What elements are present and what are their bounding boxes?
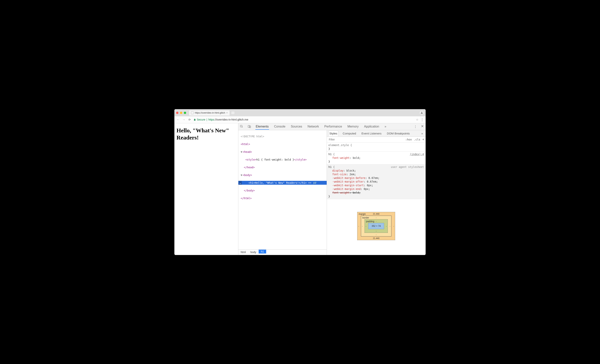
toolbar: ← → ⟳ Secure | https://overrides-in-html… [175, 116, 425, 123]
selection-gutter: … [239, 181, 242, 185]
page-favicon-icon [191, 111, 194, 114]
browser-window: https://overrides-in-html.glitch × ← → ⟳… [174, 109, 426, 255]
tab-computed[interactable]: Computed [342, 131, 357, 136]
security-indicator[interactable]: Secure [194, 118, 205, 121]
box-border[interactable]: border - - - - padding - - - [361, 216, 391, 237]
tab-dom-breakpoints[interactable]: DOM Breakpoints [386, 131, 411, 136]
tabs-overflow[interactable]: » [384, 124, 387, 129]
inspect-icon [240, 125, 243, 128]
tab-elements[interactable]: Elements [255, 124, 269, 130]
styles-filter-row: :hov .cls + [327, 137, 425, 143]
cls-toggle[interactable]: .cls [414, 138, 421, 141]
style-rule[interactable]: element.style {} [327, 143, 425, 152]
reload-button[interactable]: ⟳ [188, 118, 192, 121]
back-button[interactable]: ← [176, 118, 180, 121]
svg-rect-0 [240, 125, 242, 127]
inspect-element-button[interactable] [240, 125, 243, 128]
new-style-rule-button[interactable]: + [422, 137, 424, 142]
box-model: margin 21.440 21.440 - - border - - - [327, 199, 425, 255]
disclosure-triangle-icon[interactable]: ▼ [241, 150, 243, 154]
tab-styles[interactable]: Styles [328, 131, 338, 136]
style-rule[interactable]: h1 {(index):4font-weight: bold;} [327, 152, 425, 164]
new-tab-button[interactable] [231, 111, 235, 115]
breadcrumb-body[interactable]: body [248, 250, 258, 255]
profile-button[interactable] [420, 111, 424, 115]
page-heading: Hello, "What's New" Readers! [177, 127, 236, 141]
device-icon [248, 125, 251, 128]
tab-title: https://overrides-in-html.glitch [195, 111, 225, 114]
tab-sources[interactable]: Sources [290, 124, 302, 129]
breadcrumb-html[interactable]: html [238, 250, 248, 255]
dom-selected-node[interactable]: … <h1>Hello, "What's New" Readers!</h1> … [238, 181, 327, 185]
rendered-page: Hello, "What's New" Readers! [175, 123, 238, 255]
breadcrumb-h1[interactable]: h1 [259, 250, 266, 254]
device-toolbar-button[interactable] [248, 125, 251, 128]
profile-icon [420, 111, 423, 114]
close-window-button[interactable] [176, 112, 178, 114]
close-icon [421, 125, 424, 128]
disclosure-triangle-icon[interactable]: ▼ [241, 173, 243, 177]
window-controls [176, 112, 186, 114]
box-content[interactable]: 352 × 74 [368, 223, 384, 229]
devtools-tabs: Elements Console Sources Network Perform… [255, 124, 410, 130]
tab-console[interactable]: Console [274, 124, 286, 129]
tab-strip: https://overrides-in-html.glitch × [175, 109, 425, 116]
lock-icon [194, 118, 196, 121]
devtools-toolbar: Elements Console Sources Network Perform… [238, 123, 425, 130]
minimize-window-button[interactable] [180, 112, 182, 114]
devtools-menu-button[interactable]: ⋮ [414, 125, 417, 128]
address-bar[interactable]: Secure | https://overrides-in-html.glitc… [194, 118, 414, 121]
elements-tree: <!DOCTYPE html> <html> ▼<head> <style>h1… [238, 130, 327, 255]
zoom-window-button[interactable] [184, 112, 186, 114]
style-rule[interactable]: h1 {user agent stylesheetdisplay: block;… [327, 164, 425, 199]
browser-tab[interactable]: https://overrides-in-html.glitch × [189, 110, 230, 116]
forward-button[interactable]: → [182, 118, 186, 121]
box-margin[interactable]: margin 21.440 21.440 - - border - - - [357, 212, 395, 240]
styles-panel: Styles Computed Event Listeners DOM Brea… [327, 130, 425, 255]
tab-memory[interactable]: Memory [347, 124, 359, 129]
tab-event-listeners[interactable]: Event Listeners [360, 131, 382, 136]
dom-doctype[interactable]: <!DOCTYPE html> [241, 135, 264, 138]
secure-label: Secure [197, 118, 205, 121]
styles-tabs-overflow[interactable]: » [421, 131, 424, 136]
content-area: Hello, "What's New" Readers! Elements Co… [175, 123, 425, 255]
tab-network[interactable]: Network [307, 124, 319, 129]
chrome-menu-button[interactable]: ⋮ [421, 118, 424, 122]
devtools-panel: Elements Console Sources Network Perform… [238, 123, 425, 255]
style-rules: element.style {}h1 {(index):4font-weight… [327, 143, 425, 199]
tab-application[interactable]: Application [364, 124, 379, 129]
hov-toggle[interactable]: :hov [405, 138, 412, 141]
bookmark-button[interactable]: ☆ [416, 118, 419, 121]
styles-tabs: Styles Computed Event Listeners DOM Brea… [327, 130, 425, 137]
dom-tree[interactable]: <!DOCTYPE html> <html> ▼<head> <style>h1… [238, 130, 327, 249]
close-tab-icon[interactable]: × [226, 111, 228, 114]
url-separator: | [206, 118, 207, 121]
dom-breadcrumb: html body h1 [238, 249, 327, 255]
styles-filter-input[interactable] [329, 138, 403, 141]
box-padding[interactable]: padding - - - - 352 × 74 [365, 219, 388, 233]
url-text: https://overrides-in-html.glitch.me [208, 118, 248, 121]
devtools-close-button[interactable] [421, 125, 424, 128]
tab-performance[interactable]: Performance [324, 124, 343, 129]
